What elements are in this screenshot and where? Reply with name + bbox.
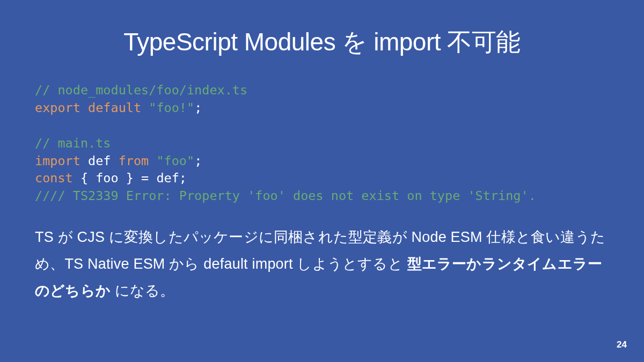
code-comment: // main.ts: [35, 136, 111, 151]
body-text: になる。: [111, 283, 175, 299]
code-punct: ;: [194, 153, 202, 168]
body-paragraph: TS が CJS に変換したパッケージに同梱された型定義が Node ESM 仕…: [35, 224, 609, 305]
code-ident: { foo } = def;: [80, 171, 187, 186]
code-block: // node_modules/foo/index.ts export defa…: [35, 82, 609, 205]
code-keyword: default: [88, 100, 141, 115]
code-string: "foo!": [149, 100, 194, 115]
code-keyword: import: [35, 153, 80, 168]
code-comment: //// TS2339 Error: Property 'foo' does n…: [35, 188, 536, 203]
code-keyword: from: [119, 153, 149, 168]
slide-title: TypeScript Modules を import 不可能: [35, 26, 609, 59]
code-punct: ;: [194, 100, 202, 115]
code-ident: def: [88, 153, 111, 168]
code-keyword: export: [35, 100, 80, 115]
code-comment: // node_modules/foo/index.ts: [35, 83, 247, 98]
code-string: "foo": [156, 153, 194, 168]
code-keyword: const: [35, 171, 73, 186]
page-number: 24: [617, 339, 627, 350]
